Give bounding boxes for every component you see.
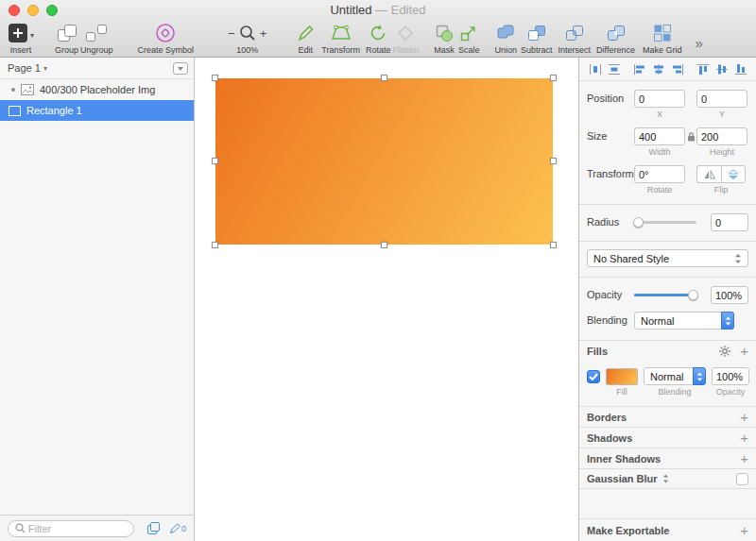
opacity-slider-knob[interactable]	[688, 290, 698, 300]
height-input[interactable]	[696, 127, 747, 145]
align-vertical-middle-icon[interactable]	[715, 63, 729, 76]
gaussian-blur-section-header[interactable]: Gaussian Blur	[579, 468, 756, 489]
up-down-chevrons-icon	[734, 253, 742, 264]
toolbar-edit-button[interactable]: Edit	[295, 22, 316, 55]
rotate-icon	[368, 22, 388, 44]
divider	[579, 277, 756, 278]
resize-handle-top-right[interactable]	[550, 75, 557, 81]
toolbar-union-button[interactable]: Union	[495, 22, 518, 55]
toolbar-transform-button[interactable]: Transform	[321, 22, 360, 55]
opacity-slider[interactable]	[634, 294, 696, 296]
fill-opacity-input[interactable]	[712, 367, 749, 385]
toolbar-overflow-button[interactable]: »	[695, 35, 702, 51]
borders-title: Borders	[587, 412, 627, 423]
align-horizontal-center-icon[interactable]	[652, 63, 665, 76]
fill-blending-select[interactable]: Normal	[644, 367, 706, 385]
toolbar-intersect-button[interactable]: Intersect	[558, 22, 592, 55]
align-left-icon[interactable]	[633, 63, 646, 76]
document-title: Untitled	[330, 3, 371, 17]
align-right-icon[interactable]	[671, 63, 684, 76]
gear-icon[interactable]	[718, 345, 731, 358]
duplicate-pages-button[interactable]	[147, 522, 160, 534]
layer-row-placeholder-img[interactable]: 400/300 Placeholder Img	[0, 79, 194, 100]
blur-type-chevrons-icon[interactable]	[662, 474, 669, 483]
fill-blending-value: Normal	[650, 371, 683, 382]
fullscreen-window-button[interactable]	[46, 5, 58, 16]
filter-field[interactable]	[8, 520, 134, 537]
align-top-icon[interactable]	[696, 63, 710, 76]
toolbar-mask-button[interactable]: Mask	[434, 22, 455, 55]
rotate-sublabel: Rotate	[647, 185, 673, 194]
shared-style-value: No Shared Style	[593, 253, 669, 264]
position-x-input[interactable]	[634, 90, 685, 108]
toolbar-scale-button[interactable]: Scale	[458, 22, 480, 55]
inner-shadows-section-header[interactable]: Inner Shadows	[579, 448, 756, 468]
selected-rectangle[interactable]	[215, 78, 553, 245]
sketch-window: Untitled — Edited Insert Group	[0, 0, 756, 541]
add-border-button[interactable]	[740, 410, 748, 424]
rotate-input[interactable]	[634, 165, 685, 183]
flip-horizontal-button[interactable]	[696, 165, 721, 183]
toolbar-make-grid-button[interactable]: Make Grid	[643, 22, 682, 55]
insert-icon	[8, 22, 34, 44]
fills-title: Fills	[587, 346, 608, 357]
toolbar-ungroup-button[interactable]: Ungroup	[80, 22, 113, 55]
shadows-title: Shadows	[587, 432, 632, 444]
canvas[interactable]	[195, 58, 578, 541]
toolbar-rotate-button[interactable]: Rotate	[366, 22, 391, 55]
fill-enabled-checkbox[interactable]	[587, 370, 600, 383]
resize-handle-top-left[interactable]	[212, 75, 218, 81]
add-inner-shadow-button[interactable]	[740, 451, 748, 465]
width-input[interactable]	[634, 127, 685, 145]
layer-row-rectangle[interactable]: Rectangle 1	[0, 100, 194, 121]
resize-handle-bottom-left[interactable]	[212, 242, 218, 248]
add-export-button[interactable]	[740, 523, 748, 537]
toolbar-label: Transform	[321, 45, 360, 55]
distribute-horizontally-icon[interactable]	[589, 63, 602, 76]
toolbar-subtract-button[interactable]: Subtract	[521, 22, 553, 55]
add-fill-button[interactable]	[740, 344, 748, 358]
toolbar-create-symbol-button[interactable]: Create Symbol	[138, 22, 195, 55]
fill-color-swatch[interactable]	[606, 368, 638, 385]
zoom-in-button[interactable]: +	[258, 26, 269, 41]
radius-slider[interactable]	[634, 221, 696, 224]
toolbar-group-button[interactable]: Group	[55, 22, 78, 55]
opacity-input[interactable]	[711, 286, 748, 304]
flip-vertical-button[interactable]	[721, 165, 746, 183]
add-shadow-button[interactable]	[740, 431, 748, 445]
toolbar-label: Scale	[458, 45, 480, 55]
zoom-out-button[interactable]: −	[226, 26, 237, 41]
resize-handle-bottom-right[interactable]	[550, 242, 557, 248]
filter-input[interactable]	[28, 523, 127, 534]
toolbar-zoom-control: − + 100%	[226, 22, 268, 55]
close-window-button[interactable]	[9, 5, 20, 16]
resize-handle-bottom-center[interactable]	[381, 242, 387, 248]
check-icon	[589, 373, 598, 380]
radius-input[interactable]	[711, 213, 748, 231]
page-list-icon	[173, 62, 188, 75]
borders-section-header[interactable]: Borders	[579, 406, 756, 427]
resize-handle-middle-left[interactable]	[212, 158, 218, 164]
radius-label: Radius	[587, 213, 634, 231]
position-y-input[interactable]	[696, 90, 747, 108]
shared-style-select[interactable]: No Shared Style	[587, 249, 748, 267]
lock-ratio-icon[interactable]	[687, 131, 696, 142]
minimize-window-button[interactable]	[27, 5, 39, 16]
toolbar-insert-button[interactable]: Insert	[8, 22, 34, 55]
distribute-vertically-icon[interactable]	[608, 63, 621, 76]
page-selector[interactable]: Page 1 ▾	[8, 62, 47, 74]
shadows-section-header[interactable]: Shadows	[579, 427, 756, 448]
toolbar-difference-button[interactable]: Difference	[596, 22, 635, 55]
resize-handle-middle-right[interactable]	[550, 158, 557, 164]
edited-indicator: — Edited	[375, 3, 425, 17]
page-list-button[interactable]	[173, 62, 188, 75]
align-bottom-icon[interactable]	[734, 63, 747, 76]
edit-pages-button[interactable]: 0	[169, 523, 186, 534]
titlebar[interactable]: Untitled — Edited	[0, 0, 756, 20]
make-exportable-header[interactable]: Make Exportable	[579, 518, 756, 541]
layer-name: 400/300 Placeholder Img	[40, 84, 155, 95]
gaussian-blur-checkbox[interactable]	[736, 473, 748, 485]
radius-slider-knob[interactable]	[633, 217, 644, 228]
blending-select[interactable]: Normal	[634, 312, 734, 330]
resize-handle-top-center[interactable]	[381, 75, 387, 81]
